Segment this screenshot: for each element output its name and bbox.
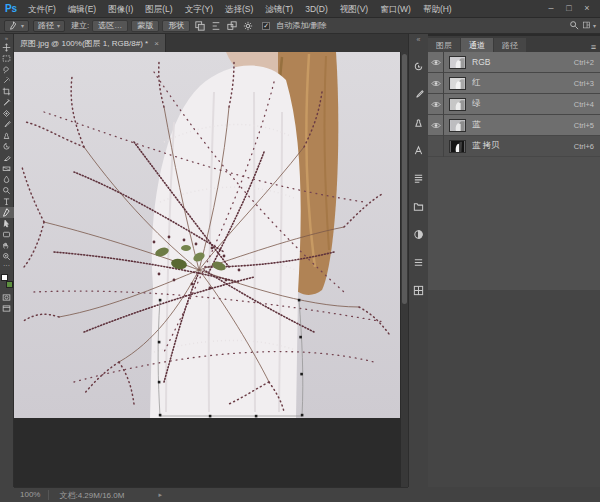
type-tool[interactable] xyxy=(0,196,14,207)
visibility-toggle[interactable] xyxy=(428,73,444,94)
paragraph-panel-button[interactable] xyxy=(411,170,427,186)
canvas-area[interactable] xyxy=(14,52,408,487)
visibility-toggle[interactable] xyxy=(428,94,444,115)
photo-image xyxy=(14,52,400,418)
make-shape-button[interactable]: 形状 xyxy=(162,20,190,32)
search-button[interactable] xyxy=(567,19,580,31)
channel-shortcut: Ctrl+3 xyxy=(574,79,600,88)
minimize-button[interactable]: – xyxy=(542,0,560,17)
path-operations-button[interactable] xyxy=(193,20,206,32)
menu-view[interactable]: 视图(V) xyxy=(334,0,374,18)
zoom-tool[interactable] xyxy=(0,251,14,262)
menu-help[interactable]: 帮助(H) xyxy=(417,0,458,18)
channel-row-red[interactable]: 红 Ctrl+3 xyxy=(428,73,600,94)
expand-panels-icon[interactable]: « xyxy=(417,34,421,46)
channel-row-rgb[interactable]: RGB Ctrl+2 xyxy=(428,52,600,73)
path-alignment-button[interactable] xyxy=(209,20,222,32)
dodge-tool[interactable] xyxy=(0,185,14,196)
brush-tool[interactable] xyxy=(0,119,14,130)
channel-row-blue-copy[interactable]: 蓝 拷贝 Ctrl+6 xyxy=(428,136,600,157)
auto-add-delete-label: 自动添加/删除 xyxy=(276,20,326,31)
pen-tool[interactable] xyxy=(0,207,14,218)
history-panel-button[interactable] xyxy=(411,58,427,74)
visibility-toggle[interactable] xyxy=(428,115,444,136)
character-panel-button[interactable] xyxy=(411,142,427,158)
menu-layer[interactable]: 图层(L) xyxy=(139,0,178,18)
screen-mode-button[interactable] xyxy=(0,303,14,314)
panel-menu-icon[interactable]: ≡ xyxy=(591,42,600,52)
marquee-tool[interactable] xyxy=(0,53,14,64)
edit-toolbar-button[interactable]: ··· xyxy=(3,262,10,271)
clone-stamp-tool[interactable] xyxy=(0,130,14,141)
toolbar-collapse-icon[interactable]: » xyxy=(5,34,8,42)
hand-tool[interactable] xyxy=(0,240,14,251)
eraser-tool[interactable] xyxy=(0,152,14,163)
workspace-switcher[interactable]: ▾ xyxy=(583,19,596,31)
gradient-tool[interactable] xyxy=(0,163,14,174)
eyedropper-tool[interactable] xyxy=(0,97,14,108)
document-tab[interactable]: 原图.jpg @ 100%(图层 1, RGB/8#) * × xyxy=(14,34,166,52)
tab-paths[interactable]: 路径 xyxy=(494,38,526,52)
statusbar-left-corner xyxy=(0,487,14,502)
photo-document[interactable] xyxy=(14,52,400,418)
tool-mode-value: 路径 xyxy=(38,20,54,31)
quick-selection-tool[interactable] xyxy=(0,75,14,86)
scrollbar-thumb[interactable] xyxy=(402,54,407,304)
history-brush-tool[interactable] xyxy=(0,141,14,152)
pen-settings-button[interactable] xyxy=(241,20,254,32)
lasso-tool[interactable] xyxy=(0,64,14,75)
dock-empty-area xyxy=(428,290,600,487)
path-arrangement-button[interactable] xyxy=(225,20,238,32)
crop-tool[interactable] xyxy=(0,86,14,97)
spot-healing-brush-tool[interactable] xyxy=(0,108,14,119)
maximize-button[interactable]: □ xyxy=(560,0,578,17)
gear-icon xyxy=(243,21,253,31)
info-panel-button[interactable] xyxy=(411,254,427,270)
visibility-toggle[interactable] xyxy=(428,52,444,73)
eye-icon xyxy=(431,59,441,66)
make-selection-button[interactable]: 选区… xyxy=(92,20,128,32)
document-size-info: 文档:4.29M/16.0M xyxy=(49,490,134,501)
channel-row-green[interactable]: 绿 Ctrl+4 xyxy=(428,94,600,115)
clone-source-panel-button[interactable] xyxy=(411,114,427,130)
make-mask-button[interactable]: 蒙版 xyxy=(131,20,159,32)
quick-mask-button[interactable] xyxy=(0,292,14,303)
close-button[interactable]: × xyxy=(578,0,596,17)
menu-select[interactable]: 选择(S) xyxy=(219,0,259,18)
document-tab-title: 原图.jpg @ 100%(图层 1, RGB/8#) * xyxy=(20,38,148,49)
visibility-toggle-off[interactable] xyxy=(428,136,444,157)
path-selection-tool[interactable] xyxy=(0,218,14,229)
swatches-panel-button[interactable] xyxy=(411,282,427,298)
tool-preset-picker[interactable]: ▾ xyxy=(4,20,29,32)
tab-channels[interactable]: 通道 xyxy=(461,38,493,52)
pen-icon xyxy=(9,21,18,30)
tab-close-icon[interactable]: × xyxy=(154,39,159,48)
status-flyout-arrow-icon[interactable]: ▸ xyxy=(158,491,162,499)
pick-tool-mode-select[interactable]: 路径 ▾ xyxy=(33,20,65,32)
menu-edit[interactable]: 编辑(E) xyxy=(62,0,102,18)
libraries-panel-button[interactable] xyxy=(411,198,427,214)
auto-add-delete-checkbox[interactable]: ✓ xyxy=(262,22,270,30)
channel-shortcut: Ctrl+4 xyxy=(574,100,600,109)
background-color-swatch[interactable] xyxy=(6,281,13,288)
path-arrangement-icon xyxy=(227,21,237,31)
channel-thumbnail xyxy=(449,98,466,111)
eye-icon xyxy=(431,122,441,129)
move-tool[interactable] xyxy=(0,42,14,53)
menu-3d[interactable]: 3D(D) xyxy=(299,0,334,18)
menu-file[interactable]: 文件(F) xyxy=(22,0,62,18)
tab-layers[interactable]: 图层 xyxy=(428,38,460,52)
brush-panel-button[interactable] xyxy=(411,86,427,102)
menu-image[interactable]: 图像(I) xyxy=(102,0,139,18)
menu-window[interactable]: 窗口(W) xyxy=(374,0,417,18)
vertical-scrollbar[interactable] xyxy=(401,52,408,487)
adjustments-panel-button[interactable] xyxy=(411,226,427,242)
zoom-level-field[interactable]: 100% xyxy=(14,490,49,500)
menu-filter[interactable]: 滤镜(T) xyxy=(259,0,299,18)
shape-tool[interactable] xyxy=(0,229,14,240)
blur-tool[interactable] xyxy=(0,174,14,185)
menu-type[interactable]: 文字(Y) xyxy=(179,0,219,18)
channel-thumbnail xyxy=(449,119,466,132)
foreground-color-swatch[interactable] xyxy=(1,274,8,281)
channel-row-blue[interactable]: 蓝 Ctrl+5 xyxy=(428,115,600,136)
